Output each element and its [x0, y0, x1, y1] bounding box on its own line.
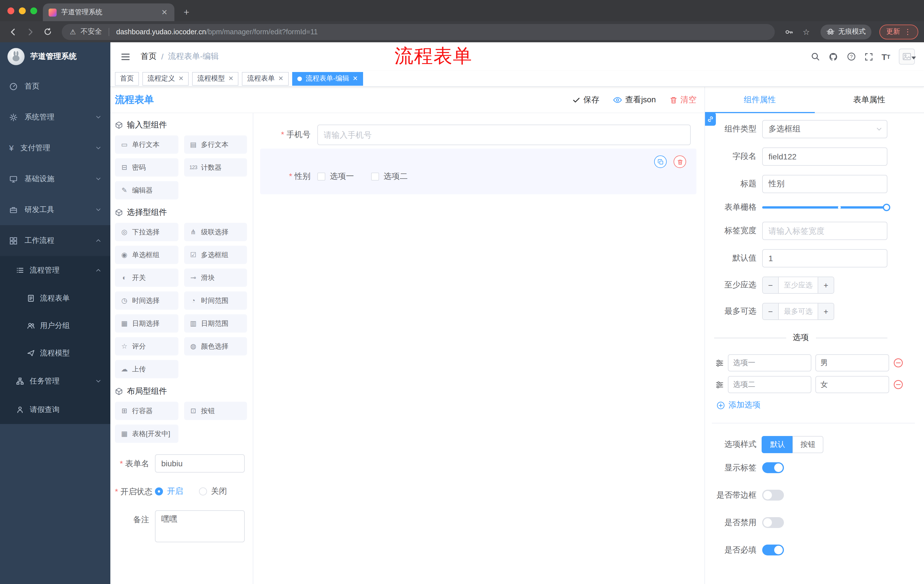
palette-item-row-container[interactable]: ⊞行容器	[115, 402, 178, 420]
sidebar-item-process-form[interactable]: 流程表单	[0, 285, 111, 312]
password-key-icon[interactable]	[782, 24, 797, 39]
option-value-input[interactable]	[815, 354, 889, 372]
browser-menu-icon[interactable]: ⋮	[904, 28, 911, 36]
close-window-button[interactable]	[7, 7, 14, 14]
save-button[interactable]: 保存	[573, 95, 599, 105]
style-default-button[interactable]: 默认	[762, 436, 793, 453]
palette-item-switch[interactable]: ◐开关	[115, 268, 178, 287]
palette-item-editor[interactable]: ✎编辑器	[115, 181, 178, 199]
option-label-input[interactable]	[728, 376, 811, 393]
sidebar-item-workflow[interactable]: 工作流程	[0, 225, 111, 256]
palette-item-cascader[interactable]: ⋔级联选择	[184, 223, 247, 241]
style-button-button[interactable]: 按钮	[792, 436, 823, 453]
tab-close-icon[interactable]: ✕	[160, 8, 169, 16]
palette-item-slider[interactable]: ⊸滑块	[184, 268, 247, 287]
github-icon[interactable]	[828, 52, 838, 61]
canvas-field-gender[interactable]: 性别 选项一 选项二	[260, 148, 696, 194]
gender-option-1-checkbox[interactable]: 选项一	[317, 171, 354, 182]
label-width-input[interactable]	[762, 222, 888, 240]
tag-close-icon[interactable]: ✕	[277, 75, 283, 82]
tag-process-model[interactable]: 流程模型✕	[192, 72, 238, 86]
tag-close-icon[interactable]: ✕	[352, 75, 358, 82]
tab-component-props[interactable]: 组件属性	[705, 87, 815, 113]
bookmark-star-icon[interactable]: ☆	[799, 24, 813, 39]
clear-button[interactable]: 清空	[670, 95, 696, 105]
increase-button[interactable]: +	[818, 303, 834, 319]
breadcrumb-home[interactable]: 首页	[141, 51, 157, 62]
help-icon[interactable]: ?	[846, 52, 856, 61]
tag-close-icon[interactable]: ✕	[228, 75, 233, 82]
palette-item-single-line-text[interactable]: ▭单行文本	[115, 135, 178, 154]
field-name-input[interactable]	[762, 147, 888, 166]
tab-form-props[interactable]: 表单属性	[815, 87, 924, 113]
search-icon[interactable]	[810, 52, 820, 61]
palette-item-upload[interactable]: ☁上传	[115, 360, 178, 378]
tag-process-form-edit[interactable]: 流程表单-编辑✕	[292, 72, 363, 86]
form-remark-textarea[interactable]: 嘿嘿	[155, 510, 245, 542]
sidebar-item-system[interactable]: 系统管理	[0, 102, 111, 133]
palette-item-color-picker[interactable]: ◍颜色选择	[184, 337, 247, 355]
sidebar-item-leave-query[interactable]: 请假查询	[0, 395, 111, 424]
decrease-button[interactable]: −	[763, 303, 779, 319]
palette-item-select[interactable]: ◎下拉选择	[115, 223, 178, 241]
sidebar-toggle-icon[interactable]	[118, 49, 133, 64]
copy-component-button[interactable]	[654, 155, 667, 168]
palette-item-password[interactable]: ⊟密码	[115, 158, 178, 176]
remove-option-button[interactable]	[893, 358, 903, 368]
border-toggle[interactable]	[762, 490, 784, 500]
minimize-window-button[interactable]	[19, 7, 26, 14]
tag-process-form[interactable]: 流程表单✕	[242, 72, 289, 86]
palette-item-date-range[interactable]: ▥日期范围	[184, 314, 247, 332]
sidebar-item-dev-tools[interactable]: 研发工具	[0, 194, 111, 225]
sidebar-item-payment[interactable]: ¥ 支付管理	[0, 133, 111, 163]
show-label-toggle[interactable]	[762, 462, 784, 473]
user-menu[interactable]	[899, 49, 916, 64]
grid-slider[interactable]	[762, 206, 886, 209]
status-on-radio[interactable]: 开启	[155, 486, 183, 497]
zoom-window-button[interactable]	[30, 7, 37, 14]
sidebar-item-task-management[interactable]: 任务管理	[0, 367, 111, 395]
palette-item-time-range[interactable]: ◔时间范围	[184, 291, 247, 310]
sidebar-item-process-management[interactable]: 流程管理	[0, 256, 111, 285]
disabled-toggle[interactable]	[762, 517, 784, 528]
sidebar-item-user-groups[interactable]: 用户分组	[0, 312, 111, 339]
back-button[interactable]	[6, 24, 21, 39]
max-checked-input[interactable]: 最多可选	[779, 303, 818, 319]
drag-handle-icon[interactable]	[715, 380, 724, 389]
default-value-input[interactable]	[762, 249, 888, 267]
palette-item-textarea[interactable]: ▤多行文本	[184, 135, 247, 154]
tag-home[interactable]: 首页	[115, 72, 139, 86]
min-checked-input[interactable]: 至少应选	[779, 277, 818, 293]
option-value-input[interactable]	[815, 376, 889, 393]
palette-item-time-picker[interactable]: ◷时间选择	[115, 291, 178, 310]
tag-process-definition[interactable]: 流程定义✕	[142, 72, 189, 86]
form-name-input[interactable]	[155, 454, 245, 472]
palette-item-button[interactable]: ⊡按钮	[184, 402, 247, 420]
palette-item-rate[interactable]: ☆评分	[115, 337, 178, 355]
palette-item-checkbox-group[interactable]: ☑多选框组	[184, 246, 247, 264]
option-label-input[interactable]	[728, 354, 811, 372]
reload-button[interactable]	[40, 24, 55, 39]
browser-tab[interactable]: 芋道管理系统 ✕	[43, 3, 174, 21]
status-off-radio[interactable]: 关闭	[199, 486, 227, 497]
phone-input[interactable]	[317, 125, 691, 145]
palette-item-table[interactable]: ▦表格[开发中]	[115, 424, 178, 443]
palette-item-radio-group[interactable]: ◉单选框组	[115, 246, 178, 264]
drag-handle-icon[interactable]	[715, 359, 724, 367]
palette-item-counter[interactable]: 123计数器	[184, 158, 247, 176]
slider-handle[interactable]	[883, 204, 890, 211]
delete-component-button[interactable]	[673, 155, 686, 168]
address-bar[interactable]: ⚠ 不安全 dashboard.yudao.iocoder.cn/bpm/man…	[62, 24, 775, 40]
decrease-button[interactable]: −	[763, 277, 779, 293]
fullscreen-icon[interactable]	[864, 52, 873, 61]
sidebar-item-home[interactable]: 首页	[0, 71, 111, 102]
palette-item-date-picker[interactable]: ▦日期选择	[115, 314, 178, 332]
sidebar-logo[interactable]: 芋道管理系统	[0, 42, 111, 71]
browser-update-button[interactable]: 更新 ⋮	[879, 24, 918, 39]
add-option-button[interactable]: 添加选项	[716, 400, 888, 410]
canvas-field-phone[interactable]: 手机号	[260, 122, 696, 147]
link-icon[interactable]	[705, 113, 716, 126]
sidebar-item-process-model[interactable]: 流程模型	[0, 339, 111, 367]
component-type-select[interactable]	[762, 120, 888, 138]
gender-option-2-checkbox[interactable]: 选项二	[371, 171, 408, 182]
